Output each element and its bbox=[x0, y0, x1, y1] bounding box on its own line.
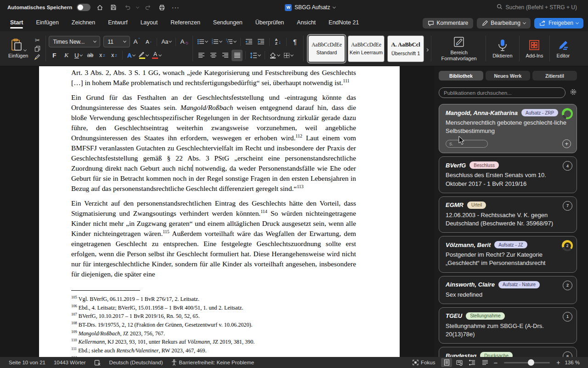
editor-button[interactable]: Editor bbox=[553, 34, 573, 63]
share-button[interactable]: Freigeben bbox=[534, 18, 583, 29]
font-size-select[interactable]: 11 bbox=[103, 36, 130, 47]
styles-gallery-more-icon[interactable] bbox=[426, 45, 428, 53]
publication-search-input[interactable]: Publikationen durchsuchen... bbox=[439, 87, 565, 98]
borders-button[interactable] bbox=[282, 50, 294, 61]
text-effects-button[interactable]: A bbox=[125, 50, 136, 61]
style-card-kein-leerraum[interactable]: AaBbCcDdEeKein Leerraum bbox=[348, 35, 384, 62]
publication-card[interactable]: EGMRUrteil712.06.2003 - Rechtssache V. K… bbox=[439, 196, 577, 233]
clear-formatting-button[interactable]: A◇ bbox=[179, 36, 190, 47]
focus-mode-button[interactable]: Fokus bbox=[408, 360, 439, 365]
italic-button[interactable]: K bbox=[61, 50, 72, 61]
numbered-list-button[interactable]: 123 bbox=[210, 36, 223, 47]
grow-font-button[interactable]: Aˆ bbox=[131, 36, 142, 47]
copy-icon[interactable] bbox=[33, 45, 42, 53]
view-outline-icon[interactable] bbox=[467, 358, 478, 367]
document-paragraph[interactable]: Ein Verzicht auf den personenstandsrecht… bbox=[71, 198, 356, 279]
highlight-color-button[interactable] bbox=[137, 50, 150, 61]
redo-icon[interactable] bbox=[143, 3, 153, 12]
bullet-list-button[interactable] bbox=[196, 36, 209, 47]
ribbon-tab-zeichnen[interactable]: Zeichnen bbox=[66, 17, 101, 29]
strikethrough-button[interactable]: ab bbox=[85, 50, 96, 61]
ribbon-tab--berpr-fen[interactable]: Überprüfen bbox=[250, 17, 290, 29]
styles-pane-button[interactable]: Bereich Formatvorlagen bbox=[435, 34, 483, 63]
autosave-toggle[interactable] bbox=[77, 4, 90, 11]
document-paragraph[interactable]: Art. 3 Abs. 2, Abs. 3 S. 1 GG, wonach „j… bbox=[71, 68, 356, 88]
view-print-layout-icon[interactable] bbox=[441, 358, 452, 367]
style-card--berschrift-1[interactable]: A. AaBbCclÜberschrift 1 bbox=[387, 35, 424, 62]
language-selector[interactable]: Deutsch (Deutschland) bbox=[105, 360, 167, 365]
footnote-110[interactable]: 110Kellermann, KJ 2023, 93, 101, unter R… bbox=[71, 337, 356, 345]
publication-card[interactable]: TGEUStellungnahme1Stellungnahme zum SBGG… bbox=[439, 307, 577, 344]
change-case-button[interactable]: Aa bbox=[160, 36, 173, 47]
style-card-standard[interactable]: AaBbCcDdEeStandard bbox=[308, 35, 345, 62]
increase-indent-button[interactable] bbox=[255, 36, 266, 47]
publication-card[interactable]: Ainsworth, ClaireAufsatz - Nature2Sex re… bbox=[439, 276, 577, 304]
undo-dropdown-icon[interactable] bbox=[136, 5, 139, 8]
sort-button[interactable]: AZ↓ bbox=[272, 36, 283, 47]
zoom-out-button[interactable]: − bbox=[492, 359, 498, 367]
addins-button[interactable]: Add-Ins bbox=[522, 34, 547, 63]
ribbon-tab-start[interactable]: Start bbox=[5, 17, 28, 29]
justify-button[interactable] bbox=[232, 50, 243, 61]
sidebar-tab-bibliothek[interactable]: Bibliothek bbox=[439, 71, 483, 80]
page-reference-input[interactable]: S. bbox=[446, 140, 488, 148]
page-indicator[interactable]: Seite 10 von 21 bbox=[5, 360, 50, 365]
word-count[interactable]: 10443 Wörter bbox=[50, 360, 90, 365]
zoom-level[interactable]: 136 % bbox=[563, 360, 583, 365]
document-paragraph[interactable]: Ein Grund für das Festhalten an der Gesc… bbox=[71, 92, 356, 194]
underline-button[interactable]: U bbox=[73, 50, 84, 61]
document-page[interactable]: Art. 3 Abs. 2, Abs. 3 S. 1 GG, wonach „j… bbox=[39, 66, 400, 357]
editing-mode-button[interactable]: Bearbeitung bbox=[477, 18, 531, 29]
insert-citation-button[interactable]: + bbox=[562, 139, 571, 148]
ribbon-tab-sendungen[interactable]: Sendungen bbox=[208, 17, 248, 29]
proofing-icon[interactable] bbox=[90, 360, 105, 366]
footnote-111[interactable]: 111Ebd.; siehe auch Rentsch/Valentiner, … bbox=[71, 345, 356, 354]
ribbon-tab-referenzen[interactable]: Referenzen bbox=[165, 17, 206, 29]
print-icon[interactable] bbox=[157, 3, 166, 12]
undo-icon[interactable] bbox=[123, 3, 132, 12]
home-icon[interactable] bbox=[95, 3, 104, 12]
paste-button[interactable]: Einfügen bbox=[5, 34, 32, 63]
publication-card[interactable]: Mangold, Anna-KatharinaAufsatz - ZRPMens… bbox=[439, 104, 577, 153]
ribbon-tab-layout[interactable]: Layout bbox=[135, 17, 164, 29]
subscript-button[interactable]: x2 bbox=[96, 50, 107, 61]
show-formatting-marks-button[interactable]: ¶ bbox=[289, 36, 300, 47]
search-bar[interactable]: Suchen (Befehl + STRG + U) bbox=[436, 4, 588, 11]
shrink-font-button[interactable]: Aˇ bbox=[143, 36, 154, 47]
shading-button[interactable] bbox=[268, 50, 281, 61]
footnote-106[interactable]: 106Ebd., 4. Leitsatz; BVerfG, 15.01.1958… bbox=[71, 303, 356, 311]
publication-card[interactable]: BVerfGBeschluss4Beschluss des Ersten Sen… bbox=[439, 156, 577, 193]
font-name-select[interactable]: Times New... bbox=[49, 36, 100, 47]
ribbon-tab-entwurf[interactable]: Entwurf bbox=[102, 17, 133, 29]
footnote-109[interactable]: 109Mangold/Roßbach, JZ 2023, 756, 767. bbox=[71, 328, 356, 337]
publication-card[interactable]: BundestagDrucksache8Entwurf eines Gesetz… bbox=[439, 347, 577, 357]
superscript-button[interactable]: x2 bbox=[108, 50, 119, 61]
decrease-indent-button[interactable] bbox=[243, 36, 254, 47]
line-spacing-button[interactable] bbox=[249, 50, 262, 61]
bold-button[interactable]: F bbox=[49, 50, 60, 61]
ribbon-tab-einf-gen[interactable]: Einfügen bbox=[30, 17, 64, 29]
ribbon-tab-ansicht[interactable]: Ansicht bbox=[291, 17, 321, 29]
publication-card[interactable]: Völzmann, BeritAufsatz - JZ2Postgender i… bbox=[439, 236, 577, 272]
cut-icon[interactable]: ✂ bbox=[33, 36, 42, 44]
font-color-button[interactable]: A bbox=[151, 50, 163, 61]
ribbon-tab-endnote-21[interactable]: EndNote 21 bbox=[323, 17, 364, 29]
footnote-105[interactable]: 105Vgl. BVerfG, 06.11.2019 – 1 BvR 276/1… bbox=[71, 294, 356, 303]
dictate-button[interactable]: Diktieren bbox=[489, 34, 516, 63]
sidebar-tab-neues-werk[interactable]: Neues Werk bbox=[486, 71, 530, 80]
zoom-slider[interactable] bbox=[504, 362, 550, 363]
more-commands-icon[interactable]: ··· bbox=[171, 3, 180, 12]
align-left-button[interactable] bbox=[196, 50, 207, 61]
sidebar-tab-zitierstil[interactable]: Zitierstil bbox=[532, 71, 577, 80]
comments-button[interactable]: Kommentare bbox=[423, 18, 474, 29]
footnote-107[interactable]: 107BVerfG, 10.10.2017 – 1 BvR 2019/16, R… bbox=[71, 311, 356, 320]
document-title-area[interactable]: W SBGG Aufsatz bbox=[184, 4, 436, 11]
footnote-108[interactable]: 108BT-Drs. 19/19755, 2, 12 (Fraktion der… bbox=[71, 320, 356, 328]
accessibility-status[interactable]: Barrierefreiheit: Keine Probleme bbox=[167, 359, 259, 366]
multilevel-list-button[interactable]: 1ai bbox=[224, 36, 237, 47]
view-draft-icon[interactable] bbox=[480, 358, 491, 367]
gear-icon[interactable] bbox=[570, 88, 577, 98]
save-icon[interactable] bbox=[109, 3, 118, 12]
format-painter-icon[interactable] bbox=[33, 53, 42, 61]
align-center-button[interactable] bbox=[208, 50, 219, 61]
